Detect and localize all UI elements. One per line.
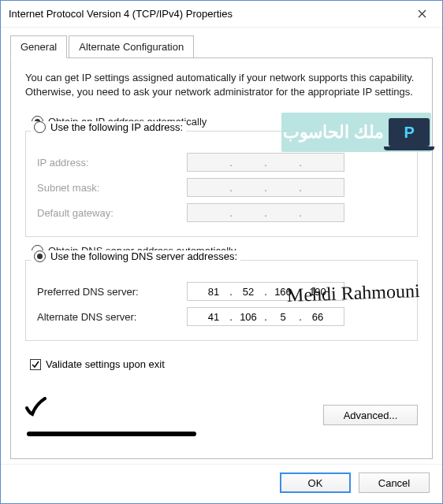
radio-ip-manual[interactable]: Use the following IP address: xyxy=(31,121,186,133)
close-icon xyxy=(418,9,426,18)
dialog-content: General Alternate Configuration You can … xyxy=(1,28,442,464)
cancel-button[interactable]: Cancel xyxy=(359,472,430,493)
preferred-dns-input[interactable]: 81. 52. 166. 190 xyxy=(187,282,344,301)
subnet-mask-input: ... xyxy=(187,178,344,197)
tab-strip: General Alternate Configuration xyxy=(10,35,433,58)
annotation-underline xyxy=(27,432,196,436)
ip-address-input: ... xyxy=(187,153,344,172)
default-gateway-input: ... xyxy=(187,203,344,222)
advanced-button[interactable]: Advanced... xyxy=(323,405,418,425)
radio-dns-manual-label: Use the following DNS server addresses: xyxy=(50,250,237,262)
radio-dns-manual[interactable]: Use the following DNS server addresses: xyxy=(31,250,240,262)
tab-general[interactable]: General xyxy=(10,35,67,58)
radio-ip-manual-label: Use the following IP address: xyxy=(50,121,183,133)
validate-label: Validate settings upon exit xyxy=(46,358,165,370)
alternate-dns-input[interactable]: 41. 106. 5. 66 xyxy=(187,307,344,326)
titlebar: Internet Protocol Version 4 (TCP/IPv4) P… xyxy=(1,1,442,28)
ip-manual-group: Use the following IP address: IP address… xyxy=(25,131,418,237)
checkbox-icon xyxy=(30,359,41,370)
alternate-dns-label: Alternate DNS server: xyxy=(37,311,187,323)
subnet-mask-label: Subnet mask: xyxy=(37,182,187,194)
description-text: You can get IP settings assigned automat… xyxy=(25,71,418,98)
annotation-checkmark xyxy=(24,397,48,417)
close-button[interactable] xyxy=(404,2,439,26)
tab-panel-general: You can get IP settings assigned automat… xyxy=(10,57,433,459)
properties-dialog: Internet Protocol Version 4 (TCP/IPv4) P… xyxy=(0,0,443,504)
ok-button[interactable]: OK xyxy=(280,472,351,493)
default-gateway-label: Default gateway: xyxy=(37,207,187,219)
radio-icon xyxy=(34,121,46,133)
radio-icon xyxy=(34,250,46,262)
validate-checkbox-row[interactable]: Validate settings upon exit xyxy=(30,358,418,370)
dialog-button-row: OK Cancel xyxy=(1,464,442,503)
ip-address-label: IP address: xyxy=(37,157,187,169)
tab-alternate[interactable]: Alternate Configuration xyxy=(69,35,194,58)
dns-manual-group: Use the following DNS server addresses: … xyxy=(25,260,418,341)
preferred-dns-label: Preferred DNS server: xyxy=(37,286,187,298)
window-title: Internet Protocol Version 4 (TCP/IPv4) P… xyxy=(9,8,404,20)
